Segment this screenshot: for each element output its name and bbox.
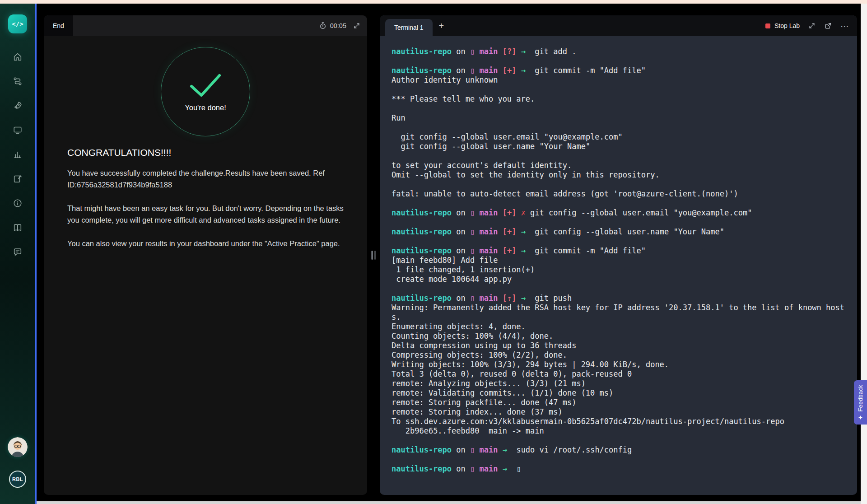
- terminal-line: nautilus-repo on ▯ main [?] → git add .: [392, 47, 846, 56]
- terminal-line: Omit --global to set the identity only i…: [392, 170, 846, 180]
- instructions-header-controls: 00:05: [319, 22, 367, 30]
- expand-terminal-icon[interactable]: [808, 22, 816, 30]
- org-badge[interactable]: RBL: [9, 471, 26, 488]
- sidebar-item-notes[interactable]: [9, 173, 26, 184]
- done-circle: You're done!: [161, 47, 250, 136]
- screen: </>: [0, 0, 867, 504]
- expand-panel-icon[interactable]: [353, 22, 361, 30]
- path-icon: [13, 76, 23, 86]
- terminal-line: remote: Analyzing objects... (3/3) (21 m…: [392, 379, 846, 388]
- terminal-line: nautilus-repo on ▯ main → ▯: [392, 464, 846, 474]
- sidebar-bottom: RBL: [8, 437, 28, 488]
- terminal-line: Writing objects: 100% (3/3), 294 bytes |…: [392, 360, 846, 369]
- terminal-line: [392, 123, 846, 132]
- terminal-line: Warning: Permanently added the RSA host …: [392, 303, 846, 322]
- terminal-line: Author identity unknown: [392, 75, 846, 85]
- resize-grip[interactable]: [372, 251, 376, 260]
- terminal-line: [392, 455, 846, 464]
- terminal-line: nautilus-repo on ▯ main [+] ✗ git config…: [392, 208, 846, 218]
- info-icon: [13, 198, 23, 208]
- terminal-line: 1 file changed, 1 insertion(+): [392, 265, 846, 275]
- encouragement-paragraph: That might have been an easy task for yo…: [67, 202, 344, 226]
- sidebar-item-chat[interactable]: [9, 247, 26, 257]
- terminal-panel: Terminal 1 + Stop Lab ⋯ nautilus-repo on…: [380, 15, 857, 495]
- sparkle-icon: [858, 415, 863, 420]
- terminal-line: [392, 199, 846, 208]
- terminal-line: [main feebd80] Add file: [392, 256, 846, 265]
- terminal-line: to set your account's default identity.: [392, 161, 846, 170]
- terminal-line: nautilus-repo on ▯ main → sudo vi /root/…: [392, 445, 846, 455]
- terminal-line: nautilus-repo on ▯ main [+] → git commit…: [392, 246, 846, 256]
- terminal-line: [392, 104, 846, 113]
- app-window: </>: [0, 4, 867, 504]
- panel-resize-handle[interactable]: [367, 15, 380, 495]
- host-page-bottom-strip: [37, 501, 861, 504]
- terminal-line: [392, 56, 846, 66]
- congrats-heading: CONGRATULATIONS!!!!: [67, 147, 344, 158]
- terminal-line: [392, 237, 846, 246]
- sidebar-item-labs[interactable]: [9, 125, 26, 135]
- app-logo[interactable]: </>: [8, 14, 27, 33]
- terminal-line: nautilus-repo on ▯ main [+] → git commit…: [392, 66, 846, 75]
- terminal-line: [392, 151, 846, 161]
- book-icon: [13, 223, 23, 233]
- tab-terminal-1[interactable]: Terminal 1: [385, 19, 433, 36]
- add-terminal-button[interactable]: +: [433, 21, 451, 30]
- sidebar-item-challenges[interactable]: [9, 100, 26, 111]
- terminal-line: To ssh.dev.azure.com:v3/kklabusermain-0b…: [392, 417, 846, 426]
- terminal-line: Counting objects: 100% (4/4), done.: [392, 331, 846, 341]
- stop-icon: [765, 23, 770, 28]
- tab-end[interactable]: End: [44, 15, 73, 36]
- grip-bar: [372, 251, 373, 260]
- terminal-line: Delta compression using up to 36 threads: [392, 341, 846, 350]
- rocket-icon: [13, 101, 23, 111]
- host-page-top-strip: [0, 0, 867, 4]
- sidebar-item-stats[interactable]: [9, 149, 26, 160]
- sidebar-nav: [9, 51, 26, 257]
- more-options-button[interactable]: ⋯: [840, 22, 849, 30]
- check-icon: [187, 72, 224, 98]
- monitor-icon: [13, 125, 23, 135]
- terminal-header-controls: Stop Lab ⋯: [765, 22, 852, 30]
- sidebar-item-info[interactable]: [9, 198, 26, 209]
- terminal-line: Run: [392, 113, 846, 123]
- sidebar: </>: [0, 4, 35, 504]
- terminal-line: nautilus-repo on ▯ main [⇡] → git push: [392, 294, 846, 303]
- stop-lab-label: Stop Lab: [774, 22, 800, 29]
- feedback-button[interactable]: Feedback: [854, 380, 867, 425]
- home-icon: [13, 52, 23, 62]
- terminal-header: Terminal 1 + Stop Lab ⋯: [380, 15, 857, 36]
- user-avatar[interactable]: [8, 437, 28, 457]
- instructions-panel-header: End 00:05: [44, 15, 367, 36]
- main-content: End 00:05 You're done! CONGRATULATI: [35, 4, 861, 504]
- chat-icon: [13, 247, 23, 257]
- timer-value: 00:05: [330, 22, 346, 29]
- avatar-image: [8, 437, 28, 457]
- terminal-line: [392, 218, 846, 227]
- lab-timer: 00:05: [319, 22, 346, 30]
- note-edit-icon: [13, 174, 23, 184]
- terminal-line: [392, 180, 846, 189]
- terminal-line: [392, 284, 846, 294]
- grip-bar: [374, 251, 376, 260]
- bar-chart-icon: [13, 149, 23, 159]
- open-in-new-icon[interactable]: [824, 22, 832, 30]
- host-page-right-rail: [861, 4, 867, 504]
- instructions-panel: End 00:05 You're done! CONGRATULATI: [44, 15, 367, 495]
- sidebar-item-home[interactable]: [9, 51, 26, 62]
- terminal-line: remote: Storing packfile... done (47 ms): [392, 398, 846, 407]
- sidebar-item-docs[interactable]: [9, 222, 26, 233]
- terminal-line: 2b96e65..feebd80 main -> main: [392, 426, 846, 436]
- sidebar-item-learning-path[interactable]: [9, 76, 26, 87]
- terminal-line: Total 3 (delta 0), reused 0 (delta 0), p…: [392, 369, 846, 379]
- terminal-line: Enumerating objects: 4, done.: [392, 322, 846, 331]
- terminal-line: [392, 436, 846, 445]
- terminal-line: git config --global user.email "you@exam…: [392, 132, 846, 142]
- terminal-line: [392, 85, 846, 94]
- stop-lab-button[interactable]: Stop Lab: [765, 22, 800, 29]
- terminal-line: *** Please tell me who you are.: [392, 94, 846, 104]
- terminal-body[interactable]: nautilus-repo on ▯ main [?] → git add . …: [380, 36, 857, 495]
- dashboard-hint-paragraph: You can also view your results in your d…: [67, 238, 344, 249]
- done-label: You're done!: [185, 103, 226, 112]
- terminal-line: nautilus-repo on ▯ main [+] → git config…: [392, 227, 846, 237]
